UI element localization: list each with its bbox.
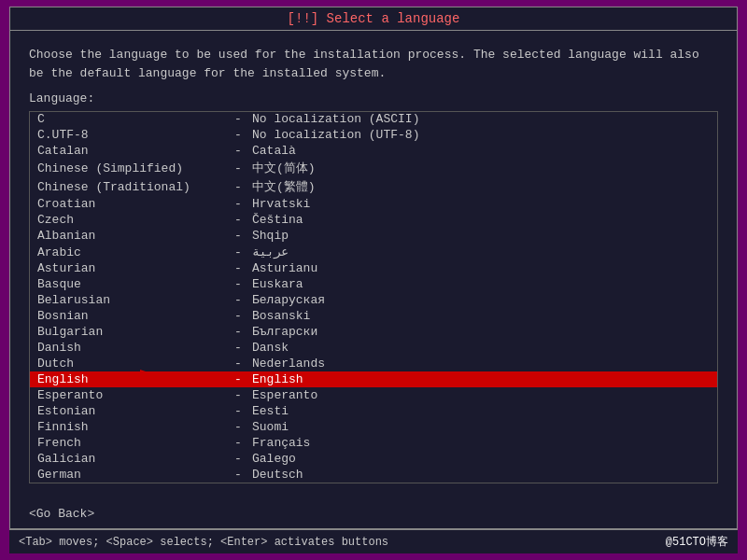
language-name: Esperanto [37, 388, 224, 402]
language-name: Chinese (Traditional) [37, 180, 224, 194]
language-separator: - [224, 372, 252, 386]
go-back-area: <Go Back> [10, 498, 737, 528]
language-item[interactable]: Czech-Čeština [30, 212, 717, 228]
language-separator: - [224, 325, 252, 339]
language-item[interactable]: Chinese (Traditional)-中文(繁體) [30, 177, 717, 196]
branding-text: @51CTO博客 [666, 534, 728, 550]
language-item[interactable]: Danish-Dansk [30, 340, 717, 356]
language-native: Deutsch [252, 468, 303, 482]
language-label: Language: [29, 91, 718, 105]
language-item[interactable]: Finnish-Suomi [30, 419, 717, 435]
language-item[interactable]: Dutch-Nederlands [30, 356, 717, 371]
language-item[interactable]: Croatian-Hrvatski [30, 196, 717, 212]
language-name: Danish [37, 341, 224, 355]
language-name: Basque [37, 277, 224, 291]
language-item[interactable]: Albanian-Shqip [30, 228, 717, 244]
language-name: French [37, 436, 224, 450]
language-item[interactable]: C.UTF-8-No localization (UTF-8) [30, 127, 717, 143]
language-item[interactable]: Estonian-Eesti [30, 403, 717, 419]
language-name: C.UTF-8 [37, 128, 224, 142]
language-name: C [37, 112, 224, 126]
language-separator: - [224, 388, 252, 402]
language-item[interactable]: Catalan-Català [30, 143, 717, 159]
language-name: Croatian [37, 197, 224, 211]
language-separator: - [224, 180, 252, 194]
language-native: Български [252, 325, 317, 339]
language-list[interactable]: C-No localization (ASCII)C.UTF-8-No loca… [30, 112, 717, 483]
language-name: Belarusian [37, 293, 224, 307]
content-area: Choose the language to be used for the i… [10, 31, 737, 498]
language-native: Беларуская [252, 293, 325, 307]
language-item[interactable]: Esperanto-Esperanto [30, 387, 717, 403]
language-name: Dutch [37, 357, 224, 371]
language-native: Dansk [252, 341, 289, 355]
language-name: Albanian [37, 229, 224, 243]
language-name: Estonian [37, 404, 224, 418]
language-separator: - [224, 245, 252, 259]
language-separator: - [224, 261, 252, 275]
language-name: Catalan [37, 144, 224, 158]
language-separator: - [224, 293, 252, 307]
language-item[interactable]: German-Deutsch [30, 467, 717, 483]
language-native: عربية [252, 245, 289, 259]
language-name: Arabic [37, 245, 224, 259]
language-native: English [252, 372, 303, 386]
main-window: [!!] Select a language Choose the langua… [9, 7, 738, 529]
language-name: English [37, 372, 224, 386]
language-native: Asturianu [252, 261, 317, 275]
language-list-container[interactable]: C-No localization (ASCII)C.UTF-8-No loca… [29, 111, 718, 483]
language-separator: - [224, 357, 252, 371]
language-name: Chinese (Simplified) [37, 161, 224, 175]
go-back-button[interactable]: <Go Back> [29, 507, 94, 521]
language-separator: - [224, 420, 252, 434]
language-item[interactable]: Belarusian-Беларуская [30, 292, 717, 308]
title-bar: [!!] Select a language [10, 7, 737, 31]
language-item[interactable]: Arabic-عربية [30, 244, 717, 260]
language-name: Galician [37, 452, 224, 466]
language-separator: - [224, 277, 252, 291]
language-separator: - [224, 452, 252, 466]
language-item[interactable]: Galician-Galego [30, 451, 717, 467]
language-separator: - [224, 161, 252, 175]
language-item[interactable]: English-English [30, 371, 717, 387]
language-native: Français [252, 436, 310, 450]
language-separator: - [224, 144, 252, 158]
language-item[interactable]: Bulgarian-Български [30, 324, 717, 340]
language-separator: - [224, 128, 252, 142]
language-item[interactable]: Basque-Euskara [30, 276, 717, 292]
language-name: Finnish [37, 420, 224, 434]
language-separator: - [224, 197, 252, 211]
language-item[interactable]: Chinese (Simplified)-中文(简体) [30, 159, 717, 177]
language-native: 中文(简体) [252, 160, 316, 176]
language-separator: - [224, 404, 252, 418]
title-text: [!!] Select a language [288, 11, 460, 26]
language-native: No localization (UTF-8) [252, 128, 419, 142]
language-native: Eesti [252, 404, 289, 418]
language-native: Esperanto [252, 388, 317, 402]
status-bar: <Tab> moves; <Space> selects; <Enter> ac… [9, 529, 738, 553]
language-native: Bosanski [252, 309, 310, 323]
description-text: Choose the language to be used for the i… [29, 46, 718, 82]
language-separator: - [224, 436, 252, 450]
language-item[interactable]: C-No localization (ASCII) [30, 112, 717, 127]
language-item[interactable]: Asturian-Asturianu [30, 260, 717, 276]
language-separator: - [224, 468, 252, 482]
language-native: Euskara [252, 277, 303, 291]
language-name: Czech [37, 213, 224, 227]
language-native: Català [252, 144, 296, 158]
language-native: Shqip [252, 229, 289, 243]
language-native: Čeština [252, 213, 303, 227]
language-item[interactable]: Bosnian-Bosanski [30, 308, 717, 324]
language-name: Asturian [37, 261, 224, 275]
language-name: Bulgarian [37, 325, 224, 339]
language-separator: - [224, 213, 252, 227]
language-separator: - [224, 309, 252, 323]
language-separator: - [224, 112, 252, 126]
language-native: Hrvatski [252, 197, 310, 211]
language-native: 中文(繁體) [252, 178, 316, 195]
status-text: <Tab> moves; <Space> selects; <Enter> ac… [19, 536, 388, 549]
language-native: No localization (ASCII) [252, 112, 419, 126]
language-item[interactable]: French-Français [30, 435, 717, 451]
language-separator: - [224, 341, 252, 355]
language-native: Suomi [252, 420, 289, 434]
